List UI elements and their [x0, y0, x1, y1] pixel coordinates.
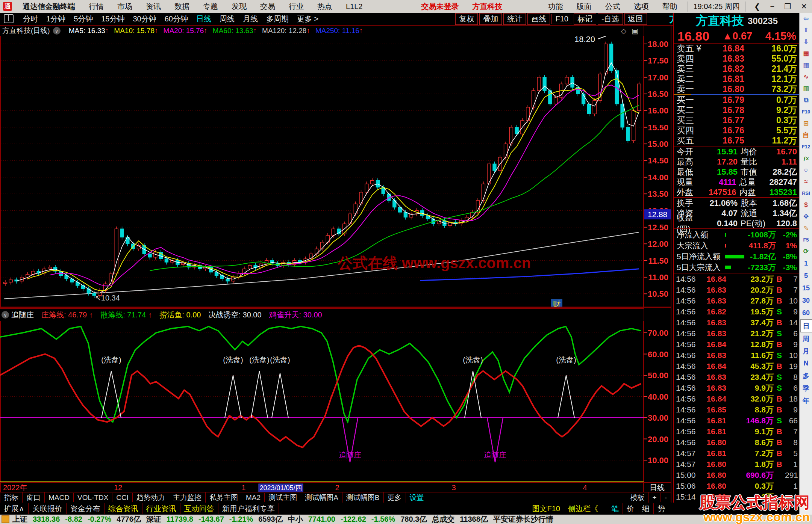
pencil-icon[interactable]: ✎ — [800, 222, 812, 234]
zixuan-icon[interactable]: 自 — [800, 129, 812, 141]
tabs2-right-3[interactable]: 价 — [623, 503, 638, 514]
strip-period-周[interactable]: 周 — [800, 332, 812, 345]
tick-row[interactable]: 14:5616.8432.0万B18 — [674, 394, 800, 405]
pages-icon[interactable]: ⧉ — [800, 94, 812, 106]
candle-body[interactable] — [543, 77, 546, 91]
menu-item-8[interactable]: 热点 — [311, 2, 339, 12]
layout-split-icon[interactable] — [4, 14, 14, 23]
buy-level-row[interactable]: 买一16.790.7万 — [674, 95, 800, 105]
indicator-tab-12[interactable]: 更多 — [384, 492, 406, 503]
candle-body[interactable] — [638, 84, 641, 110]
money-icon[interactable]: $ — [800, 199, 812, 211]
candle-body[interactable] — [610, 44, 613, 71]
tick-row[interactable]: 15:0616.800.3万1 — [674, 481, 800, 492]
indicator-tab-7[interactable]: 私募主图 — [206, 492, 242, 503]
strip-period-日[interactable]: 日 — [800, 319, 812, 332]
strip-period-5[interactable]: 5 — [800, 270, 812, 282]
period-tab-4[interactable]: 30分钟 — [129, 14, 161, 24]
sub-collapse-icon[interactable]: ∨ — [2, 311, 9, 319]
tick-row[interactable]: 14:5716.817.2万B5 — [674, 448, 800, 459]
tick-row[interactable]: 14:5616.8423.2万B7 — [674, 273, 800, 284]
tick-row[interactable]: 14:5616.8219.5万S9 — [674, 306, 800, 317]
refresh-icon[interactable]: ⟳ — [800, 246, 812, 257]
quote-board-icon[interactable]: ▦ — [800, 48, 812, 59]
tick-row[interactable]: 14:5616.8327.8万B10 — [674, 295, 800, 306]
tick-row[interactable]: 14:5616.8323.4万S8 — [674, 371, 800, 382]
indicator-tab-4[interactable]: CCI — [112, 493, 133, 502]
strip-period-年[interactable]: 年 — [800, 394, 812, 407]
f5-icon[interactable]: F5 — [800, 234, 812, 246]
indicator-tab-6[interactable]: 主力监控 — [169, 492, 206, 503]
sell-level-row[interactable]: 卖三16.8221.4万 — [674, 64, 800, 74]
toolbar-button-2[interactable]: 统计 — [503, 13, 526, 25]
wave-icon[interactable]: ≈ — [800, 176, 812, 187]
strip-period-月[interactable]: 月 — [800, 345, 812, 357]
candle-body[interactable] — [120, 229, 124, 237]
strip-period-多[interactable]: 多 — [800, 370, 812, 382]
toolbar-button-0[interactable]: 复权 — [455, 13, 478, 25]
period-tab-2[interactable]: 5分钟 — [70, 14, 97, 24]
strip-period-N[interactable]: N — [800, 357, 812, 370]
strip-period-季[interactable]: 季 — [800, 382, 812, 394]
tabs2-right-1[interactable]: 侧边栏《 — [564, 503, 602, 514]
extension-tab-1[interactable]: 关联报价 — [29, 503, 67, 514]
buy-level-row[interactable]: 买五16.7511.2万 — [674, 136, 800, 146]
candle-body[interactable] — [315, 249, 318, 254]
candle-body[interactable] — [493, 164, 496, 171]
period-tab-8[interactable]: 月线 — [239, 14, 262, 24]
window-minimize-button[interactable]: − — [765, 2, 780, 11]
period-tab-3[interactable]: 15分钟 — [97, 14, 129, 24]
menu-item-2[interactable]: 资讯 — [139, 2, 168, 12]
indicator-tab-2[interactable]: MACD — [45, 493, 74, 502]
candle-body[interactable] — [476, 201, 480, 212]
panel-icon[interactable]: ▣ — [632, 27, 638, 35]
candle-body[interactable] — [165, 259, 168, 262]
candle-body[interactable] — [565, 77, 568, 84]
extension-tab-0[interactable]: 扩展∧ — [0, 503, 29, 514]
candle-body[interactable] — [226, 279, 229, 281]
candle-body[interactable] — [248, 266, 251, 269]
sell-level-row[interactable]: 卖五 ¥16.8416.0万 — [674, 44, 800, 54]
tabs2-right-4[interactable]: 细 — [638, 503, 654, 514]
candle-body[interactable] — [148, 254, 151, 257]
menu-item-9[interactable]: L1L2 — [339, 2, 370, 11]
candle-body[interactable] — [365, 184, 368, 192]
candle-body[interactable] — [526, 107, 530, 121]
period-tab-7[interactable]: 周线 — [215, 14, 239, 24]
trend-chart-icon[interactable]: ∿ — [800, 71, 812, 83]
formula-icon[interactable]: ƒx — [800, 153, 812, 164]
tick-row[interactable]: 14:5616.858.8万B9 — [674, 405, 800, 415]
candle-body[interactable] — [332, 229, 335, 236]
menu-item-5[interactable]: 发现 — [225, 2, 253, 12]
trade-login-status[interactable]: 交易未登录 — [415, 2, 466, 12]
buy-level-row[interactable]: 买四16.765.5万 — [674, 125, 800, 136]
window-restore-button[interactable]: ❐ — [779, 2, 796, 11]
circle-icon[interactable]: ○ — [800, 164, 812, 176]
candle-body[interactable] — [359, 192, 363, 204]
indicator-tab-9[interactable]: 测试主图 — [265, 492, 301, 503]
menu-item-7[interactable]: 行业 — [282, 2, 311, 12]
buy-level-row[interactable]: 买三16.770.3万 — [674, 115, 800, 125]
candle-body[interactable] — [626, 127, 630, 140]
extension-tab-6[interactable]: 新用户福利专享 — [218, 503, 279, 514]
up-icon[interactable]: ⇧ — [800, 24, 812, 36]
data-table-icon[interactable]: ▦ — [800, 59, 812, 71]
indicator-tab-3[interactable]: VOL-TDX — [74, 493, 112, 502]
tick-row[interactable]: 14:5616.81146.8万S66 — [674, 415, 800, 426]
tabs1-right-1[interactable]: + — [649, 493, 661, 502]
menu-right-3[interactable]: 选项 — [627, 2, 655, 12]
back-icon[interactable]: ⇦ — [800, 13, 812, 24]
menu-item-0[interactable]: 行情 — [82, 2, 111, 12]
buy-level-row[interactable]: 买二16.789.2万 — [674, 105, 800, 115]
tabs2-right-2[interactable]: 笔 — [607, 503, 623, 514]
indicator-tab-8[interactable]: MA2 — [242, 493, 265, 502]
tree-icon[interactable]: ⊞ — [800, 118, 812, 129]
tick-row[interactable]: 15:0016.80690.6万291 — [674, 470, 800, 481]
tick-row[interactable]: 14:5616.819.1万B7 — [674, 426, 800, 437]
tick-row[interactable]: 14:5616.8320.2万B7 — [674, 284, 800, 295]
candle-body[interactable] — [587, 104, 591, 114]
tabs1-right-2[interactable]: - — [661, 493, 671, 502]
kline-icon[interactable]: ▥ — [800, 83, 812, 94]
period-tab-0[interactable]: 分时 — [19, 14, 42, 24]
menu-right-2[interactable]: 公式 — [598, 2, 627, 12]
